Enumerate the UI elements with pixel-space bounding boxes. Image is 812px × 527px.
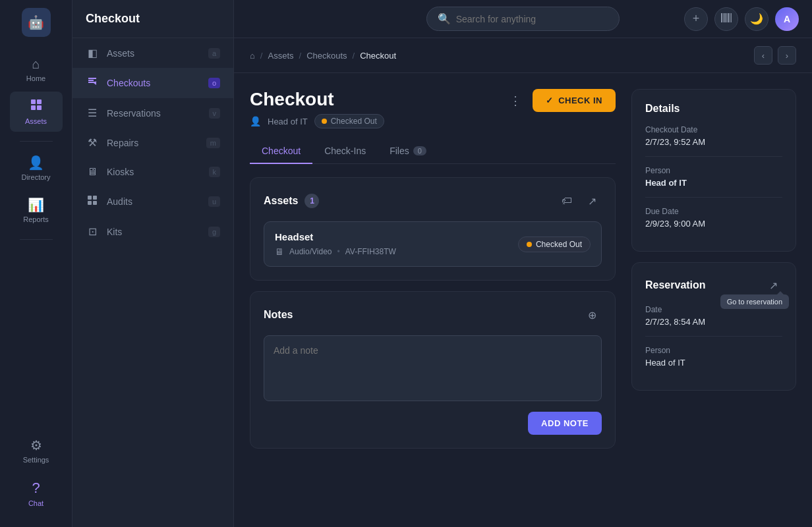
assets-count: 1 (304, 194, 319, 208)
svg-rect-8 (721, 13, 722, 22)
search-bar[interactable]: 🔍 (426, 7, 620, 31)
notes-textarea[interactable] (264, 335, 602, 401)
breadcrumb-assets[interactable]: Assets (268, 51, 293, 61)
asset-type-icon: 🖥 (275, 246, 284, 257)
svg-rect-3 (37, 105, 42, 110)
breadcrumb-checkouts[interactable]: Checkouts (306, 51, 347, 61)
notes-card-title: Notes (264, 309, 293, 321)
checkout-date-label: Checkout Date (645, 125, 782, 134)
assets-icon (30, 98, 43, 115)
reservation-card: Reservation ↗ Go to reservation Date 2/7… (631, 262, 796, 391)
check-in-button[interactable]: ✓ CHECK IN (533, 89, 616, 112)
notes-card-header: Notes ⊕ (264, 305, 602, 325)
kiosks-icon: 🖥 (86, 166, 99, 178)
asset-code: AV-FFIH38TW (345, 247, 396, 256)
svg-rect-12 (728, 13, 729, 22)
sidebar-item-reservations[interactable]: ☰ Reservations v (72, 98, 233, 128)
user-avatar[interactable]: A (775, 7, 799, 31)
goto-tooltip: Go to reservation (720, 294, 789, 309)
breadcrumb: ⌂ / Assets / Checkouts / Checkout ‹ › (234, 38, 812, 73)
svg-rect-11 (726, 13, 727, 22)
sidebar-item-repairs[interactable]: ⚒ Repairs m (72, 128, 233, 157)
breadcrumb-forward-button[interactable]: › (778, 46, 796, 65)
assets-tag-button[interactable]: 🏷 (557, 191, 577, 211)
reports-icon: 📊 (28, 197, 44, 213)
breadcrumb-nav: ‹ › (754, 46, 796, 65)
svg-rect-6 (88, 201, 92, 205)
svg-rect-2 (31, 105, 36, 110)
breadcrumb-sep-2: / (299, 51, 302, 61)
sidebar-item-settings[interactable]: ⚙ Settings (10, 431, 63, 470)
reservations-key: v (209, 108, 221, 119)
details-title: Details (645, 103, 782, 115)
status-dot (322, 119, 327, 124)
sidebar-item-home[interactable]: ⌂ Home (10, 50, 63, 89)
asset-meta: 🖥 Audio/Video • AV-FFIH38TW (275, 246, 396, 257)
app-logo: 🤖 (22, 8, 51, 37)
icon-sidebar: 🤖 ⌂ Home Assets 👤 Directory 📊 Reports ⚙ … (0, 0, 72, 527)
audits-label: Audits (107, 196, 208, 207)
secondary-sidebar-header: Checkout (72, 0, 233, 38)
settings-icon: ⚙ (30, 437, 42, 453)
content-area: ⌂ / Assets / Checkouts / Checkout ‹ › Ch… (234, 38, 812, 527)
nav-divider-2 (20, 239, 53, 240)
asset-category: Audio/Video (289, 247, 332, 256)
person-value: Head of IT (645, 178, 782, 188)
sidebar-item-assets-secondary[interactable]: ◧ Assets a (72, 38, 233, 68)
search-input[interactable] (456, 14, 609, 24)
tab-checkout[interactable]: Checkout (250, 139, 312, 164)
person-row: Person Head of IT (645, 166, 782, 188)
reports-label: Reports (23, 215, 49, 223)
kits-key: g (208, 227, 220, 237)
audits-key: u (208, 196, 220, 207)
barcode-icon (720, 12, 732, 26)
kits-icon: ⊡ (86, 225, 99, 238)
reservations-icon: ☰ (86, 107, 99, 119)
svg-rect-9 (723, 13, 724, 22)
checkouts-key: o (208, 78, 220, 88)
assets-expand-button[interactable]: ↗ (582, 191, 602, 211)
sidebar-item-directory[interactable]: 👤 Directory (10, 148, 63, 188)
page-header-right: ⋮ ✓ CHECK IN (505, 89, 616, 112)
dark-mode-button[interactable]: 🌙 (745, 7, 768, 31)
notes-add-icon-button[interactable]: ⊕ (582, 305, 602, 325)
sidebar-item-assets[interactable]: Assets (10, 92, 63, 132)
add-button[interactable]: + (684, 7, 708, 31)
status-text: Checked Out (331, 117, 377, 126)
svg-rect-0 (31, 99, 36, 104)
checkout-date-row: Checkout Date 2/7/23, 9:52 AM (645, 125, 782, 147)
tab-files[interactable]: Files 0 (378, 139, 438, 164)
sidebar-item-chat[interactable]: ? Chat (10, 473, 63, 514)
check-in-icon: ✓ (546, 96, 554, 105)
sidebar-item-kits[interactable]: ⊡ Kits g (72, 217, 233, 246)
asset-info: Headset 🖥 Audio/Video • AV-FFIH38TW (275, 231, 396, 257)
nav-divider-1 (20, 141, 53, 142)
files-badge: 0 (413, 146, 426, 155)
person-label: Person (645, 166, 782, 175)
repairs-label: Repairs (107, 138, 206, 148)
secondary-sidebar: Checkout ◧ Assets a Checkouts o ☰ Reserv… (72, 0, 234, 527)
breadcrumb-back-button[interactable]: ‹ (754, 46, 772, 65)
tab-check-ins[interactable]: Check-Ins (312, 139, 378, 164)
search-icon: 🔍 (438, 13, 451, 25)
sidebar-item-reports[interactable]: 📊 Reports (10, 190, 63, 230)
audits-icon (86, 195, 99, 208)
page-content: Checkout 👤 Head of IT Checked Out ⋮ (234, 73, 812, 527)
left-column: Checkout 👤 Head of IT Checked Out ⋮ (250, 89, 616, 511)
sidebar-item-checkouts[interactable]: Checkouts o (72, 68, 233, 98)
sidebar-item-audits[interactable]: Audits u (72, 186, 233, 217)
assets-secondary-label: Assets (107, 48, 208, 59)
add-note-button[interactable]: ADD NOTE (528, 412, 602, 435)
chat-label: Chat (28, 499, 44, 507)
more-options-button[interactable]: ⋮ (505, 90, 526, 111)
sidebar-item-kiosks[interactable]: 🖥 Kiosks k (72, 157, 233, 186)
asset-separator: • (337, 247, 340, 256)
barcode-button[interactable] (714, 7, 738, 31)
main-content: 🔍 + (234, 0, 812, 527)
details-card: Details Checkout Date 2/7/23, 9:52 AM Pe… (631, 89, 796, 252)
reservation-person-row: Person Head of IT (645, 346, 782, 368)
checkout-date-value: 2/7/23, 9:52 AM (645, 137, 782, 147)
page-header-left: Checkout 👤 Head of IT Checked Out (250, 89, 384, 128)
reservation-header: Reservation ↗ (645, 276, 782, 294)
breadcrumb-home[interactable]: ⌂ (250, 51, 255, 61)
